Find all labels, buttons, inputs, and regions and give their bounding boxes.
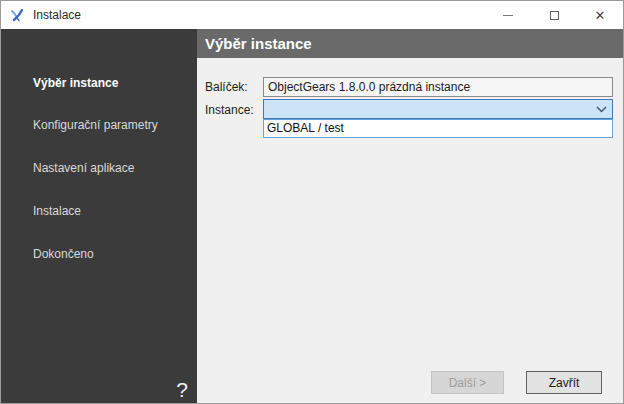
close-icon: ✕ xyxy=(595,9,606,22)
caption-buttons: ✕ xyxy=(485,1,623,29)
minimize-button[interactable] xyxy=(485,1,531,29)
wizard-steps-sidebar: Výběr instance Konfigurační parametry Na… xyxy=(1,29,197,404)
window-title: Instalace xyxy=(33,8,81,22)
app-logo-icon xyxy=(9,7,26,24)
package-field[interactable] xyxy=(263,77,613,97)
close-button[interactable]: Zavřít xyxy=(526,371,602,394)
minimize-icon xyxy=(503,15,513,16)
installer-window: Instalace ✕ Výběr instance Konfigurační … xyxy=(0,0,624,404)
sidebar-item-konfiguracni-parametry[interactable]: Konfigurační parametry xyxy=(33,118,158,132)
chevron-down-icon xyxy=(596,106,607,113)
next-button[interactable]: Další > xyxy=(431,371,504,394)
close-window-button[interactable]: ✕ xyxy=(577,1,623,29)
maximize-button[interactable] xyxy=(531,1,577,29)
instance-combobox[interactable] xyxy=(263,99,613,119)
package-label: Balíček: xyxy=(205,80,248,94)
dropdown-option-global-test[interactable]: GLOBAL / test xyxy=(264,120,612,137)
sidebar-item-vyber-instance[interactable]: Výběr instance xyxy=(33,76,118,90)
help-question-icon[interactable]: ? xyxy=(176,378,188,402)
maximize-icon xyxy=(550,11,559,20)
instance-label: Instance: xyxy=(205,103,254,117)
titlebar: Instalace ✕ xyxy=(1,1,623,29)
page-title: Výběr instance xyxy=(197,29,624,58)
sidebar-item-instalace[interactable]: Instalace xyxy=(33,204,81,218)
main-content: Balíček: Instance: GLOBAL / test Další >… xyxy=(197,58,624,404)
instance-dropdown-list: GLOBAL / test xyxy=(263,119,613,138)
sidebar-item-dokonceno[interactable]: Dokončeno xyxy=(33,247,94,261)
sidebar-item-nastaveni-aplikace[interactable]: Nastavení aplikace xyxy=(33,161,134,175)
